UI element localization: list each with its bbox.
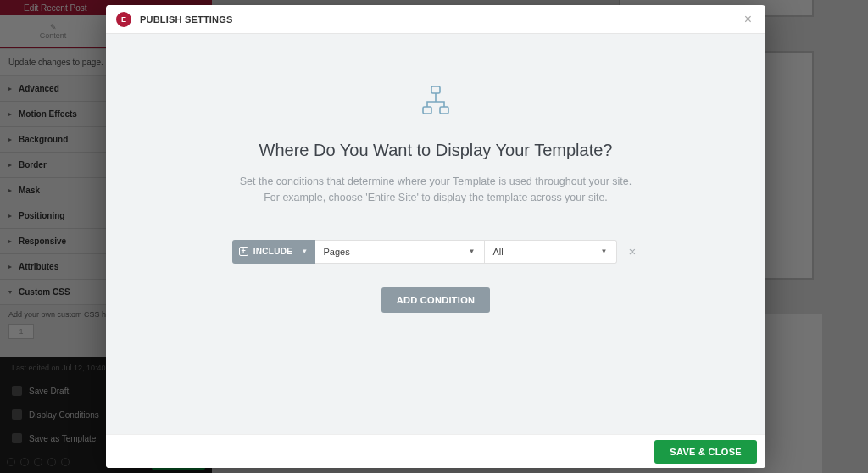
svg-rect-1 (423, 107, 431, 114)
condition-scope-value: All (493, 247, 504, 257)
condition-type-select[interactable]: Pages ▼ (315, 240, 485, 264)
svg-rect-0 (431, 86, 440, 93)
modal-footer: SAVE & CLOSE (106, 434, 765, 468)
publish-settings-modal: E PUBLISH SETTINGS × Where Do You Want t… (106, 5, 765, 468)
modal-header: E PUBLISH SETTINGS × (106, 5, 765, 34)
condition-include-toggle[interactable]: + INCLUDE ▼ (232, 240, 315, 264)
condition-type-value: Pages (324, 247, 350, 257)
chevron-down-icon: ▼ (301, 248, 308, 255)
chevron-down-icon: ▼ (469, 248, 476, 255)
modal-desc-line2: For example, choose 'Entire Site' to dis… (240, 190, 632, 206)
sitemap-icon (419, 85, 453, 119)
elementor-logo-icon: E (116, 12, 131, 27)
condition-scope-select[interactable]: All ▼ (485, 240, 617, 264)
remove-condition-button[interactable]: × (626, 241, 640, 262)
modal-desc-line1: Set the conditions that determine where … (240, 174, 632, 190)
modal-heading: Where Do You Want to Display Your Templa… (259, 141, 613, 160)
modal-body: Where Do You Want to Display Your Templa… (106, 34, 765, 434)
include-label: INCLUDE (253, 247, 293, 256)
condition-row: + INCLUDE ▼ Pages ▼ All ▼ × (232, 240, 640, 264)
add-condition-button[interactable]: ADD CONDITION (381, 287, 491, 313)
chevron-down-icon: ▼ (601, 248, 608, 255)
modal-title: PUBLISH SETTINGS (140, 14, 233, 25)
svg-rect-2 (440, 107, 448, 114)
save-and-close-button[interactable]: SAVE & CLOSE (654, 440, 757, 464)
plus-icon: + (239, 247, 248, 256)
modal-description: Set the conditions that determine where … (240, 174, 632, 206)
modal-close-button[interactable]: × (741, 9, 755, 30)
